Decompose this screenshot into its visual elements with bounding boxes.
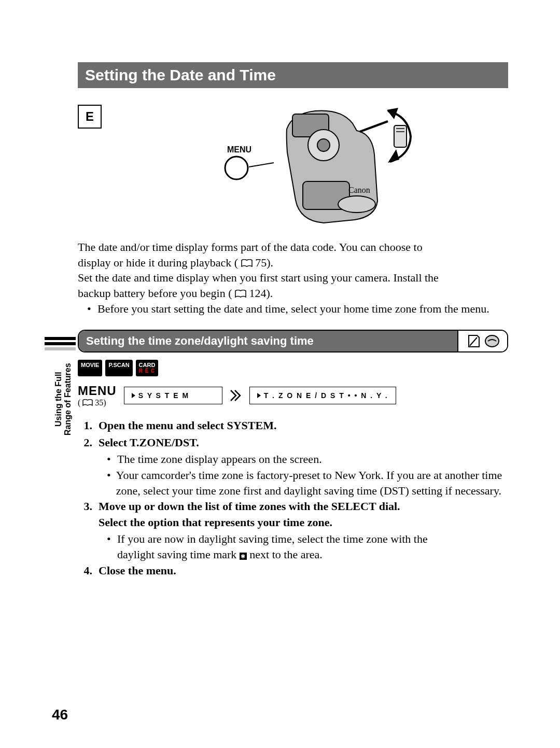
triangle-right-icon (132, 393, 135, 398)
page-title: Setting the Date and Time (78, 62, 508, 88)
page-ref-icon (235, 290, 246, 298)
svg-point-6 (338, 196, 375, 213)
sd-card-icon (466, 334, 481, 348)
step-4: 4. Close the menu. (78, 563, 508, 578)
section-heading-label: Setting the time zone/daylight saving ti… (79, 331, 457, 351)
camcorder-illustration: MENU Canon (112, 101, 508, 230)
page-number: 46 (52, 707, 68, 723)
step-1: 1. Open the menu and select SYSTEM. (78, 418, 508, 433)
steps-list: 1. Open the menu and select SYSTEM. 2. S… (78, 418, 508, 578)
page-ref-icon (82, 399, 93, 406)
tape-icon (484, 334, 500, 348)
language-badge: E (78, 105, 102, 129)
menu-path-row: MENU ( 35) S Y S T E M T . Z O N E / D S… (78, 384, 508, 407)
section-heading-icons (457, 331, 507, 351)
triangle-right-icon (257, 393, 261, 398)
svg-point-0 (225, 157, 248, 179)
svg-marker-10 (388, 149, 399, 163)
menu-page-ref: ( 35) (78, 398, 117, 407)
mode-card: CARDR E C (136, 360, 159, 376)
side-tab-text: Using the FullRange of Features (54, 352, 73, 446)
menu-box-tzone: T . Z O N E / D S T • • N . Y . (249, 387, 396, 404)
step-3: 3. Move up or down the list of time zone… (78, 499, 508, 530)
camcorder-svg: MENU Canon (201, 101, 419, 230)
dst-mark-icon: ✱ (240, 553, 247, 560)
page-ref-icon (241, 259, 253, 267)
svg-line-8 (360, 121, 388, 132)
mode-pscan: P.SCAN (105, 360, 132, 376)
mode-movie: MOVIE (78, 360, 102, 376)
side-tab-bars (45, 337, 76, 350)
mode-badges: MOVIE P.SCAN CARDR E C (78, 360, 508, 376)
bullet-dot: • (87, 301, 92, 317)
menu-box-system: S Y S T E M (124, 387, 222, 404)
section-heading: Setting the time zone/daylight saving ti… (78, 330, 508, 352)
svg-line-1 (249, 163, 274, 167)
step-2-bullets: •The time zone display appears on the sc… (78, 451, 508, 499)
svg-point-4 (317, 139, 330, 151)
top-row: E MENU Canon (78, 101, 508, 230)
step-3-bullets: • If you are now in daylight saving time… (78, 531, 508, 563)
svg-text:Canon: Canon (348, 186, 370, 194)
double-chevron-right-icon (230, 388, 242, 403)
menu-label-in-illustration: MENU (227, 145, 251, 154)
svg-point-14 (485, 335, 499, 347)
step-2: 2. Select T.ZONE/DST. (78, 435, 508, 450)
menu-label: MENU (78, 384, 117, 398)
intro-text: The date and/or time display forms part … (78, 239, 508, 316)
intro-bullet: Before you start setting the date and ti… (97, 301, 489, 317)
